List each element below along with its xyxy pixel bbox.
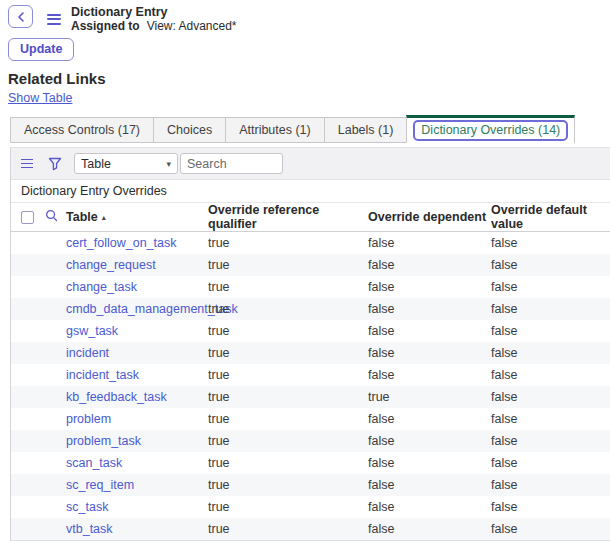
list-search-input[interactable] [180, 153, 283, 174]
table-record-link[interactable]: problem [66, 412, 111, 426]
cell-table: sc_req_item [66, 474, 208, 496]
row-selection-cell [11, 320, 66, 342]
tab-labels[interactable]: Labels (1) [324, 117, 408, 143]
cell-ref-qualifier: true [208, 408, 368, 430]
cell-dependent: false [368, 320, 491, 342]
table-row: incident_task true false false [11, 364, 610, 386]
cell-default-value: false [491, 320, 610, 342]
row-selection-cell [11, 496, 66, 518]
active-tab-label: Dictionary Overrides (14) [413, 120, 568, 141]
cell-table: cmdb_data_management_task [66, 298, 208, 320]
row-selection-cell [11, 474, 66, 496]
list-toolbar: Table ▾ [11, 148, 610, 180]
related-lists-tabbar: Access Controls (17) Choices Attributes … [10, 115, 610, 143]
search-field-select[interactable]: Table ▾ [74, 153, 178, 174]
page: Dictionary Entry Assigned toView: Advanc… [0, 0, 610, 541]
table-record-link[interactable]: cert_follow_on_task [66, 236, 176, 250]
table-record-link[interactable]: change_task [66, 280, 137, 294]
list-title: Dictionary Entry Overrides [11, 180, 610, 203]
table-record-link[interactable]: problem_task [66, 434, 141, 448]
chevron-left-icon [16, 11, 26, 23]
cell-ref-qualifier: true [208, 518, 368, 540]
table-record-link[interactable]: scan_task [66, 456, 122, 470]
row-selection-cell [11, 342, 66, 364]
related-list-panel: Table ▾ Dictionary Entry Overrides [10, 147, 610, 541]
table-record-link[interactable]: incident [66, 346, 109, 360]
cell-default-value: false [491, 254, 610, 276]
filter-icon[interactable] [48, 157, 62, 171]
cell-default-value: false [491, 364, 610, 386]
table-record-link[interactable]: gsw_task [66, 324, 118, 338]
cell-ref-qualifier: true [208, 364, 368, 386]
row-selection-cell [11, 254, 66, 276]
table-record-link[interactable]: change_request [66, 258, 156, 272]
cell-table: sc_task [66, 496, 208, 518]
table-row: cmdb_data_management_task true false fal… [11, 298, 610, 320]
cell-table: change_task [66, 276, 208, 298]
page-title: Dictionary Entry [71, 5, 237, 19]
table-record-link[interactable]: sc_req_item [66, 478, 134, 492]
update-button[interactable]: Update [8, 38, 74, 61]
cell-table: change_request [66, 254, 208, 276]
column-header-ref-qualifier[interactable]: Override reference qualifier [208, 203, 368, 232]
row-selection-cell [11, 518, 66, 540]
table-record-link[interactable]: sc_task [66, 500, 108, 514]
cell-default-value: false [491, 430, 610, 452]
table-row: problem_task true false false [11, 430, 610, 452]
cell-dependent: false [368, 298, 491, 320]
back-button[interactable] [8, 5, 33, 28]
cell-ref-qualifier: true [208, 276, 368, 298]
related-links-heading: Related Links [8, 70, 602, 87]
column-header-default-value[interactable]: Override default value [491, 203, 610, 232]
table-row: problem true false false [11, 408, 610, 430]
cell-dependent: false [368, 276, 491, 298]
cell-ref-qualifier: true [208, 430, 368, 452]
cell-default-value: false [491, 276, 610, 298]
table-row: gsw_task true false false [11, 320, 610, 342]
tab-access-controls[interactable]: Access Controls (17) [10, 117, 154, 143]
column-header-dependent[interactable]: Override dependent [368, 203, 491, 232]
table-record-link[interactable]: kb_feedback_task [66, 390, 167, 404]
cell-ref-qualifier: true [208, 496, 368, 518]
cell-dependent: false [368, 474, 491, 496]
cell-table: gsw_task [66, 320, 208, 342]
cell-dependent: false [368, 232, 491, 254]
cell-table: problem [66, 408, 208, 430]
cell-default-value: false [491, 386, 610, 408]
table-header-row: Table▴ Override reference qualifier Over… [11, 203, 610, 232]
tab-choices[interactable]: Choices [153, 117, 226, 143]
record-title-block: Dictionary Entry Assigned toView: Advanc… [71, 5, 237, 34]
cell-dependent: false [368, 364, 491, 386]
table-record-link[interactable]: vtb_task [66, 522, 113, 536]
tab-attributes[interactable]: Attributes (1) [225, 117, 325, 143]
cell-dependent: false [368, 452, 491, 474]
show-table-link[interactable]: Show Table [8, 91, 72, 105]
list-menu-icon[interactable] [21, 156, 33, 171]
cell-table: cert_follow_on_task [66, 232, 208, 254]
select-all-checkbox[interactable] [21, 211, 34, 224]
column-header-table[interactable]: Table▴ [66, 203, 208, 232]
cell-default-value: false [491, 452, 610, 474]
table-row: scan_task true false false [11, 452, 610, 474]
table-row: sc_req_item true false false [11, 474, 610, 496]
context-menu-icon[interactable] [47, 11, 61, 27]
row-selection-cell [11, 430, 66, 452]
related-links-section: Related Links Show Table [0, 61, 610, 106]
sort-ascending-icon: ▴ [102, 213, 106, 222]
table-record-link[interactable]: incident_task [66, 368, 139, 382]
column-search-icon[interactable] [45, 209, 58, 225]
cell-table: vtb_task [66, 518, 208, 540]
tab-dictionary-overrides[interactable]: Dictionary Overrides (14) [406, 115, 575, 143]
cell-table: problem_task [66, 430, 208, 452]
cell-dependent: false [368, 518, 491, 540]
table-row: incident true false false [11, 342, 610, 364]
row-selection-cell [11, 298, 66, 320]
cell-ref-qualifier: true [208, 232, 368, 254]
cell-ref-qualifier: true [208, 342, 368, 364]
cell-dependent: false [368, 342, 491, 364]
table-row: change_task true false false [11, 276, 610, 298]
cell-ref-qualifier: true [208, 452, 368, 474]
table-row: change_request true false false [11, 254, 610, 276]
table-row: sc_task true false false [11, 496, 610, 518]
row-selection-cell [11, 276, 66, 298]
